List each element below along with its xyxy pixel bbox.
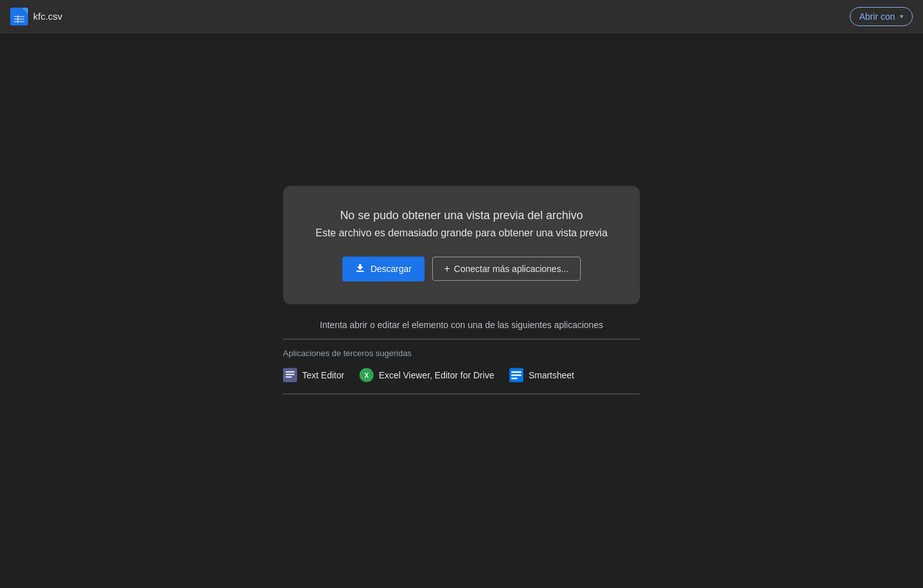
open-with-label: Abrir con	[859, 11, 895, 22]
svg-rect-8	[286, 371, 294, 372]
chevron-down-icon: ▾	[900, 13, 903, 20]
text-editor-icon	[283, 368, 297, 382]
apps-category-label: Aplicaciones de terceros sugeridas	[283, 348, 640, 357]
download-button[interactable]: Descargar	[342, 256, 425, 281]
svg-rect-9	[286, 373, 294, 375]
apps-divider-bottom	[283, 393, 640, 394]
open-with-button[interactable]: Abrir con ▾	[850, 7, 913, 26]
header: kfc.csv Abrir con ▾	[0, 0, 923, 33]
apps-list: Text Editor X Excel Viewer, Editor for D…	[283, 365, 640, 384]
svg-rect-14	[511, 371, 521, 373]
app-item-text-editor[interactable]: Text Editor	[283, 368, 344, 382]
file-name: kfc.csv	[33, 11, 62, 22]
apps-section: Intenta abrir o editar el elemento con u…	[283, 319, 640, 394]
smartsheet-icon	[509, 368, 523, 382]
excel-viewer-icon: X	[360, 368, 374, 382]
error-title: No se pudo obtener una vista previa del …	[314, 208, 609, 222]
error-actions: Descargar + Conectar más aplicaciones...	[314, 256, 609, 281]
svg-rect-15	[511, 374, 521, 376]
error-card: No se pudo obtener una vista previa del …	[283, 185, 640, 304]
apps-divider-top	[283, 338, 640, 339]
connect-button-label: Conectar más aplicaciones...	[454, 264, 569, 274]
main-content: No se pudo obtener una vista previa del …	[0, 33, 923, 588]
file-info: kfc.csv	[10, 8, 62, 25]
connect-apps-button[interactable]: + Conectar más aplicaciones...	[432, 257, 581, 281]
download-icon	[355, 262, 365, 275]
svg-rect-10	[286, 376, 292, 377]
apps-hint: Intenta abrir o editar el elemento con u…	[283, 319, 640, 329]
app-item-smartsheet[interactable]: Smartsheet	[509, 368, 574, 382]
download-button-label: Descargar	[370, 264, 412, 274]
excel-viewer-name: Excel Viewer, Editor for Drive	[379, 369, 494, 380]
smartsheet-name: Smartsheet	[528, 369, 574, 380]
svg-text:X: X	[365, 371, 369, 378]
error-subtitle: Este archivo es demasiado grande para ob…	[314, 227, 609, 238]
app-item-excel-viewer[interactable]: X Excel Viewer, Editor for Drive	[360, 368, 494, 382]
plus-icon: +	[444, 263, 450, 275]
file-type-icon	[10, 8, 28, 25]
text-editor-name: Text Editor	[302, 369, 344, 380]
preview-container: No se pudo obtener una vista previa del …	[283, 185, 640, 394]
svg-rect-6	[356, 270, 364, 271]
svg-rect-16	[511, 377, 518, 379]
